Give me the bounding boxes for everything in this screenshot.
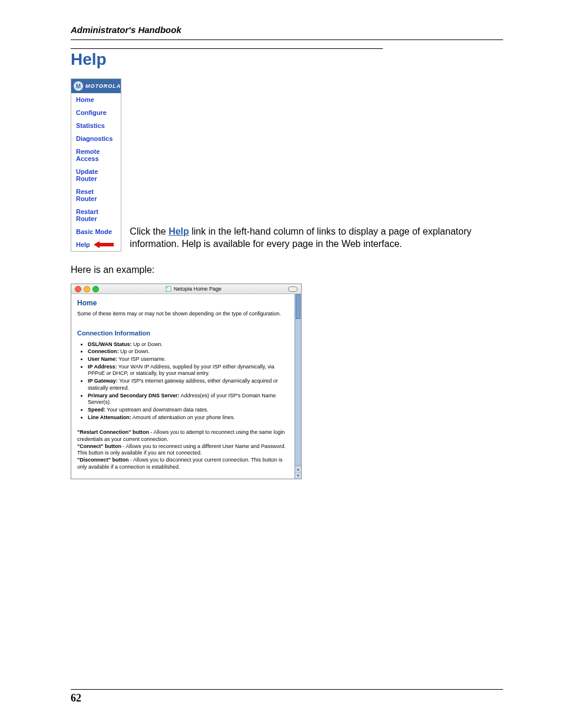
running-head: Administrator's Handbook <box>71 25 503 35</box>
minimize-icon[interactable] <box>84 286 90 292</box>
nav-item-reset-router[interactable]: Reset Router <box>71 185 121 205</box>
list-item: Line Attenuation: Amount of attentuation… <box>88 414 289 421</box>
help-link[interactable]: Help <box>168 226 189 236</box>
nav-logo: M MOTOROLA <box>71 79 121 93</box>
close-icon[interactable] <box>75 286 81 292</box>
scroll-up-icon[interactable]: ▲ <box>295 466 301 472</box>
button-description-block: "Restart Connection" button - Allows you… <box>77 429 289 470</box>
list-item: DSL/WAN Status: Up or Down. <box>88 341 289 348</box>
list-item: Speed: Your upstream and downstream data… <box>88 407 289 414</box>
toolbar-lozenge-icon[interactable] <box>288 286 297 292</box>
connection-info-list: DSL/WAN Status: Up or Down. Connection: … <box>88 341 289 421</box>
nav-item-help[interactable]: Help <box>71 238 121 251</box>
svg-marker-0 <box>94 241 114 248</box>
zoom-icon[interactable] <box>92 286 99 292</box>
example-line: Here is an example: <box>71 265 503 275</box>
nav-item-statistics[interactable]: Statistics <box>71 119 121 132</box>
nav-item-update-router[interactable]: Update Router <box>71 165 121 185</box>
connection-info-heading: Connection Information <box>77 330 289 337</box>
scrollbar-thumb[interactable] <box>296 294 300 319</box>
scroll-down-icon[interactable]: ▼ <box>295 472 301 479</box>
nav-item-restart-router[interactable]: Restart Router <box>71 205 121 225</box>
arrow-left-icon <box>94 241 114 248</box>
nav-item-diagnostics[interactable]: Diagnostics <box>71 132 121 145</box>
section-heading: Help <box>71 50 503 69</box>
nav-item-label: Help <box>76 241 90 248</box>
nav-item-home[interactable]: Home <box>71 93 121 106</box>
home-intro: Some of these items may or may not be sh… <box>77 311 289 318</box>
side-text-pre: Click the <box>130 226 168 236</box>
nav-panel: M MOTOROLA Home Configure Statistics Dia… <box>71 78 121 252</box>
home-heading: Home <box>77 299 289 307</box>
list-item: User Name: Your ISP username. <box>88 356 289 363</box>
section-rule <box>71 48 383 49</box>
list-item: Primary and Secondary DNS Server: Addres… <box>88 393 289 406</box>
list-item: IP Gateway: Your ISP's Internet gateway … <box>88 378 289 391</box>
side-paragraph: Click the Help link in the left-hand col… <box>130 225 503 252</box>
window-content: Home Some of these items may or may not … <box>71 294 295 479</box>
list-item: IP Address: Your WAN IP Address, supplie… <box>88 364 289 377</box>
scrollbar[interactable]: ▲ ▼ <box>295 294 301 479</box>
list-item: Connection: Up or Down. <box>88 348 289 355</box>
window-title: Netopia Home Page <box>101 286 286 292</box>
example-window: Netopia Home Page Home Some of these ite… <box>71 284 302 479</box>
footer-rule <box>71 689 503 690</box>
page-number: 62 <box>71 692 503 704</box>
motorola-logo-icon: M <box>74 81 83 91</box>
page-icon <box>166 286 171 292</box>
nav-item-remote-access[interactable]: Remote Access <box>71 145 121 165</box>
header-rule <box>71 39 503 40</box>
brand-text: MOTOROLA <box>85 83 121 89</box>
nav-item-basic-mode[interactable]: Basic Mode <box>71 225 121 238</box>
window-title-text: Netopia Home Page <box>174 286 222 292</box>
nav-item-configure[interactable]: Configure <box>71 106 121 119</box>
window-titlebar: Netopia Home Page <box>71 284 301 294</box>
